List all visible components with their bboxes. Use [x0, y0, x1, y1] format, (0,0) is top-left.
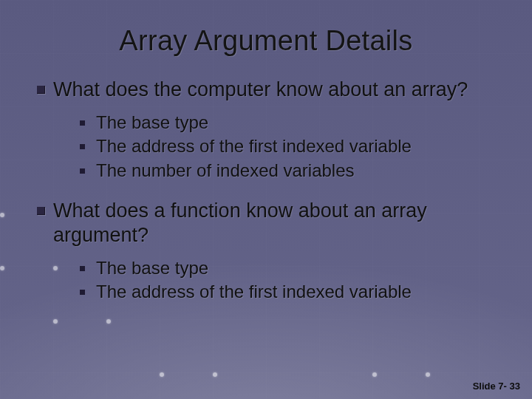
sub-bullet-item: The base type: [80, 256, 495, 280]
bullet-text: What does a function know about an array…: [53, 200, 427, 246]
slide-number: Slide 7- 33: [473, 381, 520, 392]
bullet-item: What does the computer know about an arr…: [37, 78, 495, 183]
sub-bullet-item: The base type: [80, 111, 495, 134]
sub-bullet-list: The base type The address of the first i…: [80, 111, 495, 183]
sub-bullet-item: The address of the first indexed variabl…: [80, 280, 495, 304]
slide-title: Array Argument Details: [37, 25, 495, 57]
bullet-text: What does the computer know about an arr…: [53, 78, 468, 100]
bullet-list: What does the computer know about an arr…: [37, 78, 495, 304]
sub-bullet-item: The number of indexed variables: [80, 159, 495, 183]
bullet-item: What does a function know about an array…: [37, 199, 495, 304]
sub-bullet-item: The address of the first indexed variabl…: [80, 134, 495, 158]
sub-bullet-list: The base type The address of the first i…: [80, 256, 495, 304]
slide: Array Argument Details What does the com…: [0, 0, 532, 399]
